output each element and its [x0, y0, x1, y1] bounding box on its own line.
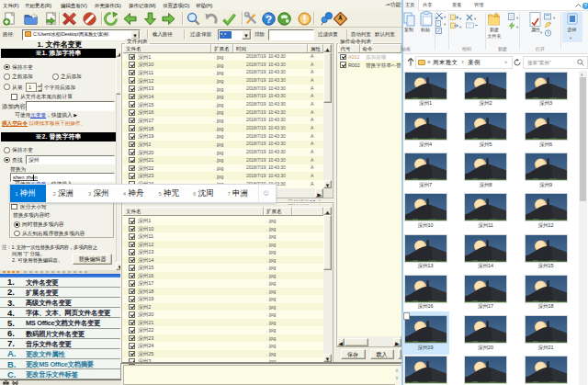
svg-text:?: ?	[265, 12, 271, 24]
